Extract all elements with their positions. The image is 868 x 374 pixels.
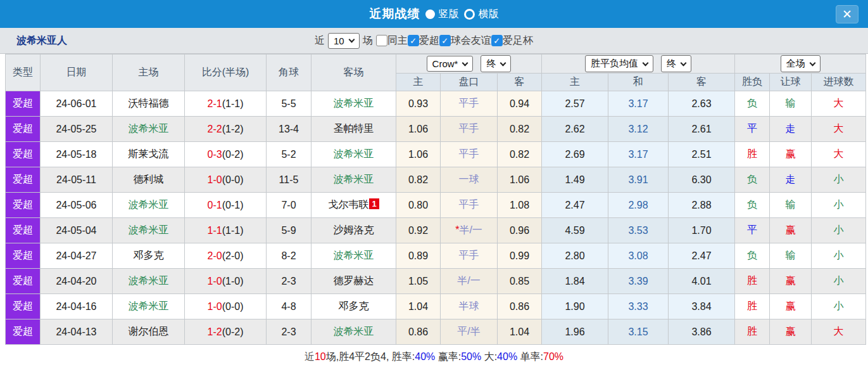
- radio-vertical-label: 竖版: [439, 8, 459, 21]
- cell-home-team: 波希米亚: [113, 218, 185, 243]
- cell-corners: 4-8: [267, 294, 311, 319]
- asian-odds-group-header: Crow* 终: [396, 55, 542, 74]
- table-row: 爱超24-05-06波希米亚0-1(0-1)7-0戈尔韦联10.80平手1.08…: [6, 193, 866, 218]
- euro-bookmaker-select[interactable]: 胜平负均值: [585, 55, 653, 72]
- cell-away-team: 波希米亚: [311, 243, 396, 269]
- cell-date: 24-04-16: [41, 294, 113, 319]
- result-scope-select[interactable]: 全场: [781, 55, 821, 72]
- cell-goals-result: 大: [812, 91, 866, 117]
- cell-league-type: 爱超: [6, 91, 41, 117]
- table-row: 爱超24-04-13谢尔伯恩1-2(0-2)2-3波希米亚0.86平/半1.04…: [6, 319, 866, 345]
- cell-score: 0-3(0-2): [185, 142, 267, 167]
- cell-handicap-result: 赢: [770, 269, 812, 294]
- summary-segment: 赢率:: [435, 351, 461, 364]
- euro-odds-group-header: 胜平负均值 终: [542, 55, 735, 74]
- cell-goals-result: 小: [812, 167, 866, 193]
- cell-euro-away: 3.86: [669, 319, 735, 345]
- cell-score: 1-0(0-0): [185, 167, 267, 193]
- cell-league-type: 爱超: [6, 218, 41, 243]
- cell-euro-draw: 2.98: [608, 193, 669, 218]
- cell-away-team: 波希米亚: [311, 167, 396, 193]
- cell-handicap-result: 赢: [770, 142, 812, 167]
- team-name: 波希米亚人: [16, 34, 67, 48]
- asian-stage-select[interactable]: 终: [481, 55, 511, 72]
- cell-result: 胜: [735, 319, 770, 345]
- cell-asian-home: 1.04: [396, 294, 441, 319]
- cell-handicap-result: 赢: [770, 218, 812, 243]
- cell-home-team: 德利城: [113, 167, 185, 193]
- cell-euro-home: 2.69: [542, 142, 608, 167]
- cell-euro-draw: 3.91: [608, 167, 669, 193]
- cell-result: 负: [735, 243, 770, 269]
- cell-home-team: 波希米亚: [113, 294, 185, 319]
- cell-euro-draw: 3.17: [608, 142, 669, 167]
- cell-score: 2-0(2-0): [185, 243, 267, 269]
- euro-stage-select[interactable]: 终: [661, 55, 691, 72]
- filter-controls: 近 10 场 同主✓爱超✓球会友谊✓爱足杯: [315, 33, 533, 49]
- cell-league-type: 爱超: [6, 167, 41, 193]
- cell-corners: 8-2: [267, 243, 311, 269]
- radio-unselected-icon[interactable]: [464, 9, 475, 20]
- cell-asian-away: 0.82: [498, 142, 542, 167]
- cell-score: 2-1(1-1): [185, 91, 267, 117]
- cell-away-team: 戈尔韦联1: [311, 193, 396, 218]
- col-header-corner: 角球: [267, 55, 311, 91]
- cell-handicap: 半/一: [441, 269, 498, 294]
- filter-checkbox-label: 同主: [387, 34, 408, 48]
- summary-segment: 单率:: [517, 351, 543, 364]
- cell-euro-home: 4.59: [542, 218, 608, 243]
- close-button[interactable]: ✕: [836, 5, 859, 23]
- cell-result: 负: [735, 167, 770, 193]
- cell-goals-result: 大: [812, 319, 866, 345]
- cell-asian-home: 0.80: [396, 193, 441, 218]
- layout-radio-horizontal[interactable]: 横版: [464, 8, 499, 21]
- cell-handicap-result: 输: [770, 243, 812, 269]
- layout-radio-vertical[interactable]: 竖版: [425, 8, 459, 21]
- cell-score: 1-0(1-0): [185, 269, 267, 294]
- radio-selected-icon[interactable]: [425, 10, 435, 19]
- cell-handicap: 平手: [441, 142, 498, 167]
- cell-asian-home: 0.92: [396, 218, 441, 243]
- filter-checkbox-label: 球会友谊: [451, 34, 491, 48]
- cell-euro-away: 4.01: [669, 269, 735, 294]
- cell-euro-draw: 3.53: [608, 218, 669, 243]
- cell-asian-away: 1.08: [498, 193, 542, 218]
- summary-segment: 场,胜4平2负4, 胜率:: [326, 351, 415, 364]
- cell-handicap-result: 赢: [770, 294, 812, 319]
- cell-league-type: 爱超: [6, 269, 41, 294]
- subcol-euro-home: 主: [542, 74, 608, 91]
- filter-checkbox-爱足杯[interactable]: ✓: [491, 35, 503, 46]
- cell-home-team: 斯莱戈流: [113, 142, 185, 167]
- cell-corners: 11-5: [267, 167, 311, 193]
- cell-asian-away: 1.04: [498, 319, 542, 345]
- cell-corners: 13-4: [267, 117, 311, 142]
- cell-handicap: 平手: [441, 91, 498, 117]
- cell-asian-home: 0.93: [396, 91, 441, 117]
- filter-checkbox-label: 爱超: [419, 34, 439, 48]
- cell-league-type: 爱超: [6, 319, 41, 345]
- filter-checkbox-爱超[interactable]: ✓: [408, 35, 419, 46]
- cell-corners: 7-0: [267, 193, 311, 218]
- cell-goals-result: 小: [812, 243, 866, 269]
- filter-checkbox-球会友谊[interactable]: ✓: [439, 35, 451, 46]
- cell-handicap-result: 输: [770, 91, 812, 117]
- cell-home-team: 沃特福德: [113, 91, 185, 117]
- card-badge: 1: [369, 198, 379, 209]
- results-table-wrap: 类型 日期 主场 比分(半场) 角球 客场 Crow* 终 胜: [0, 54, 868, 345]
- asian-bookmaker-select[interactable]: Crow*: [427, 56, 474, 72]
- cell-result: 平: [735, 117, 770, 142]
- recent-count-select[interactable]: 10: [328, 33, 360, 49]
- cell-league-type: 爱超: [6, 193, 41, 218]
- cell-handicap-result: 走: [770, 117, 812, 142]
- subcol-euro-away: 客: [669, 74, 735, 91]
- cell-league-type: 爱超: [6, 243, 41, 269]
- cell-away-team: 波希米亚: [311, 142, 396, 167]
- cell-asian-home: 0.89: [396, 243, 441, 269]
- table-row: 爱超24-04-16波希米亚1-0(0-0)4-8邓多克1.04半球0.861.…: [6, 294, 866, 319]
- filter-checkbox-同主[interactable]: [376, 35, 387, 46]
- cell-score: 2-2(1-2): [185, 117, 267, 142]
- cell-date: 24-05-11: [41, 167, 113, 193]
- summary-segment: 40%: [497, 351, 517, 363]
- summary-segment: 10: [315, 351, 326, 363]
- cell-corners: 2-3: [267, 269, 311, 294]
